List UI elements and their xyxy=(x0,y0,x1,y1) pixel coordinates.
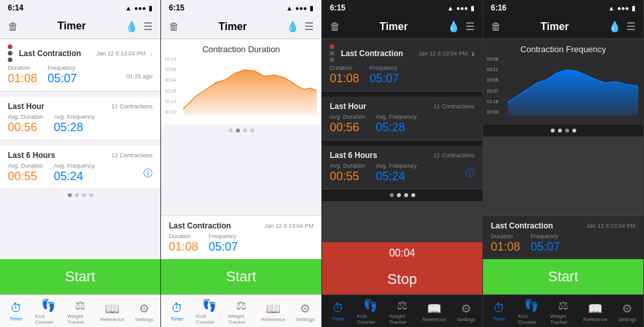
dot-page-3-4 xyxy=(411,193,415,197)
tab-ref-2[interactable]: 📖 Reference xyxy=(260,302,286,322)
avg-frequency-value-6h-1: 05:24 xyxy=(53,170,95,183)
duration-value-3: 01:08 xyxy=(330,72,359,86)
last-contraction-bottom-4: Last Contraction Jan 12 6:13:04 PM Durat… xyxy=(483,215,643,259)
last-6-meta-3: 12 Contractions xyxy=(433,152,475,159)
bottom-frequency-value-4: 05:07 xyxy=(531,240,560,254)
drop-icon-4[interactable]: 💧 xyxy=(608,20,621,33)
tab-kick-1[interactable]: 👣 Kick Counter xyxy=(35,298,61,325)
weight-icon-1: ⚖ xyxy=(75,298,85,313)
last-contraction-meta-3: Jan 12 6:13:04 PM xyxy=(418,50,468,57)
tab-timer-3[interactable]: ⏱ Timer xyxy=(325,302,351,322)
status-bar-4: 6:16 ▲ ●●● ▮ xyxy=(483,0,643,14)
frequency-label-1: Frequency xyxy=(48,65,77,71)
weight-icon-2: ⚖ xyxy=(236,298,246,313)
signal-icon-2: ●●● xyxy=(295,5,307,12)
tab-settings-3[interactable]: ⚙ Settings xyxy=(453,302,479,322)
stop-button-3[interactable]: Stop xyxy=(322,264,482,294)
menu-icon-3[interactable]: ☰ xyxy=(465,20,475,33)
kick-icon-3: 👣 xyxy=(363,298,377,313)
tab-ref-1[interactable]: 📖 Reference xyxy=(99,302,125,322)
tab-weight-1[interactable]: ⚖ Weight Tracker xyxy=(67,298,93,325)
last-6-card-3: Last 6 Hours 12 Contractions Avg. Durati… xyxy=(322,146,482,189)
dot-page-3-2 xyxy=(397,193,401,197)
signal-icon: ●●● xyxy=(134,5,146,12)
drop-icon-2[interactable]: 💧 xyxy=(286,20,299,33)
contraction-dots-3 xyxy=(330,44,334,62)
menu-icon-2[interactable]: ☰ xyxy=(304,20,314,33)
tab-weight-3[interactable]: ⚖ Weight Tracker xyxy=(389,298,415,325)
tab-weight-label-3: Weight Tracker xyxy=(389,313,415,325)
sep-3a xyxy=(322,91,482,97)
avg-duration-value-1: 00:56 xyxy=(8,121,43,134)
tab-kick-4[interactable]: 👣 Kick Counter xyxy=(518,298,544,325)
freq-chart-svg xyxy=(508,57,638,116)
y-label-2: 00:59 xyxy=(165,67,183,72)
tab-ref-4[interactable]: 📖 Reference xyxy=(582,302,608,322)
last-contraction-bottom-meta-2: Jan 12 6:13:04 PM xyxy=(264,223,314,229)
tab-ref-label-2: Reference xyxy=(261,317,285,322)
nav-bar-1: 🗑 Timer 💧 ☰ xyxy=(0,14,160,39)
info-icon-1[interactable]: ⓘ xyxy=(143,168,153,178)
avg-duration-label-1: Avg. Duration xyxy=(8,114,43,120)
tab-ref-label-1: Reference xyxy=(100,317,124,322)
tab-settings-4[interactable]: ⚙ Settings xyxy=(614,302,640,322)
info-icon-3[interactable]: ⓘ xyxy=(465,168,475,178)
bottom-duration-stat-2: Duration 01:08 xyxy=(169,233,198,254)
tab-kick-2[interactable]: 👣 Kick Counter xyxy=(196,298,222,325)
tab-timer-label-4: Timer xyxy=(493,316,506,322)
drop-icon[interactable]: 💧 xyxy=(125,20,138,33)
sep-1b xyxy=(0,140,160,146)
delete-icon-2[interactable]: 🗑 xyxy=(169,21,179,33)
tab-timer-4[interactable]: ⏱ Timer xyxy=(486,302,512,322)
tab-kick-3[interactable]: 👣 Kick Counter xyxy=(357,298,383,325)
avg-duration-6h-3: Avg. Duration 00:55 xyxy=(330,163,365,183)
start-button-1[interactable]: Start xyxy=(0,259,160,294)
status-icons-2: ▲ ●●● ▮ xyxy=(286,5,314,12)
last-contraction-bottom-title-2: Last Contraction xyxy=(169,221,231,230)
last-6-hours-card-1: Last 6 Hours 12 Contractions Avg. Durati… xyxy=(0,146,160,189)
dot-page-1-3 xyxy=(82,193,86,197)
avg-dur-value-6h-3: 00:55 xyxy=(330,170,365,183)
tab-settings-2[interactable]: ⚙ Settings xyxy=(292,302,318,322)
tab-weight-label-1: Weight Tracker xyxy=(67,313,93,325)
last-hour-title-1: Last Hour xyxy=(8,102,44,111)
tab-settings-1[interactable]: ⚙ Settings xyxy=(131,302,157,322)
avg-freq-6h-3: Avg. Frequency 05:24 xyxy=(375,163,417,183)
nav-title-2: Timer xyxy=(218,21,246,33)
tab-timer-1[interactable]: ⏱ Timer xyxy=(3,302,29,322)
tab-weight-4[interactable]: ⚖ Weight Tracker xyxy=(550,298,576,325)
last-contraction-bottom-meta-4: Jan 12 6:13:04 PM xyxy=(586,223,636,229)
chart-section-4: Contraction Frequency 00:06 00:11 00:06 … xyxy=(483,39,643,125)
chart-wrap-2: 01:14 00:59 00:44 00:29 00:14 00:00 xyxy=(165,57,317,122)
status-bar-1: 6:14 ▲ ●●● ▮ xyxy=(0,0,160,14)
battery-icon-4: ▮ xyxy=(632,5,636,12)
tab-ref-label-3: Reference xyxy=(422,317,446,322)
tab-timer-label-1: Timer xyxy=(10,316,23,322)
wifi-icon: ▲ xyxy=(125,5,132,12)
tab-timer-2[interactable]: ⏱ Timer xyxy=(164,302,190,322)
spacer-3 xyxy=(322,201,482,242)
last-contraction-title-3: Last Contraction xyxy=(341,49,403,58)
bottom-duration-value-2: 01:08 xyxy=(169,240,198,254)
menu-icon[interactable]: ☰ xyxy=(143,20,153,33)
last-hour-meta-3: 11 Contractions xyxy=(433,103,475,110)
start-button-2[interactable]: Start xyxy=(161,259,321,294)
tab-ref-3[interactable]: 📖 Reference xyxy=(421,302,447,322)
nav-bar-2: 🗑 Timer 💧 ☰ xyxy=(161,14,321,39)
start-button-4[interactable]: Start xyxy=(483,259,643,294)
status-bar-2: 6:15 ▲ ●●● ▮ xyxy=(161,0,321,14)
chevron-icon-3[interactable]: › xyxy=(471,48,475,59)
phone-2: 6:15 ▲ ●●● ▮ 🗑 Timer 💧 ☰ Contraction Dur… xyxy=(161,0,322,327)
menu-icon-4[interactable]: ☰ xyxy=(626,20,636,33)
bottom-frequency-stat-4: Frequency 05:07 xyxy=(531,233,560,254)
delete-icon[interactable]: 🗑 xyxy=(8,21,18,33)
delete-icon-4[interactable]: 🗑 xyxy=(491,21,501,33)
drop-icon-3[interactable]: 💧 xyxy=(447,20,460,33)
bottom-frequency-label-2: Frequency xyxy=(209,233,238,240)
delete-icon-3[interactable]: 🗑 xyxy=(330,21,340,33)
avg-frequency-stat-6h-1: Avg. Frequency 05:24 xyxy=(53,163,95,183)
phone-4: 6:16 ▲ ●●● ▮ 🗑 Timer 💧 ☰ Contraction Fre… xyxy=(483,0,644,327)
tab-weight-2[interactable]: ⚖ Weight Tracker xyxy=(228,298,254,325)
last-6-title-3: Last 6 Hours xyxy=(330,151,377,160)
chevron-icon-1[interactable]: › xyxy=(149,48,153,59)
